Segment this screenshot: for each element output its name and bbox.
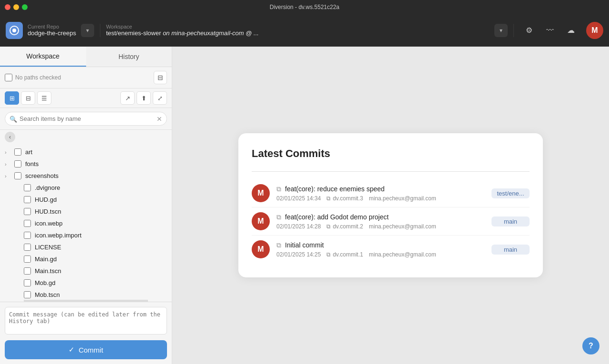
app-logo xyxy=(6,22,23,39)
tree-view-icon: ⊞ xyxy=(10,95,15,102)
commit-row[interactable]: M ⧉ Initial commit 02/01/2025 14:25 ⧉ dv… xyxy=(252,236,530,263)
tab-workspace[interactable]: Workspace xyxy=(0,47,86,67)
list-item[interactable]: › art xyxy=(0,146,172,158)
commit-avatar: M xyxy=(252,212,270,230)
check-all-checkbox[interactable] xyxy=(5,74,12,81)
workspace-label: Workspace xyxy=(106,24,490,30)
svg-point-1 xyxy=(12,29,16,32)
settings-button[interactable]: ⚙ xyxy=(520,21,539,40)
list-item[interactable]: icon.webp.import xyxy=(0,229,172,241)
commits-panel-title: Latest Commits xyxy=(252,148,530,160)
file-name: Main.gd xyxy=(35,256,57,263)
file-checkbox[interactable] xyxy=(14,148,21,156)
window-title: Diversion - dv.ws.5521c22a xyxy=(270,4,340,10)
back-button[interactable]: ‹ xyxy=(5,132,15,142)
search-input[interactable] xyxy=(5,112,167,126)
file-checkbox[interactable] xyxy=(24,267,31,275)
commit-message: Initial commit xyxy=(285,241,324,249)
main-content: Latest Commits M ⧉ feat(core): reduce en… xyxy=(172,47,609,364)
workspace-info: Workspace test/enemies-slower on mina-pe… xyxy=(106,24,490,37)
list-item[interactable]: LICENSE xyxy=(0,241,172,253)
tree-view-button[interactable]: ⊞ xyxy=(5,91,19,105)
file-name: screenshots xyxy=(25,172,59,179)
commit-message-input[interactable] xyxy=(5,307,167,334)
cloud-icon: ☁ xyxy=(567,26,575,35)
commit-message: feat(core): add Godot demo project xyxy=(285,213,389,221)
commit-button[interactable]: ✓ Commit xyxy=(5,340,167,359)
expand-button[interactable]: ⤢ xyxy=(153,91,167,105)
repo-dropdown-button[interactable]: ▾ xyxy=(81,24,94,37)
file-checkbox[interactable] xyxy=(24,184,31,191)
help-button[interactable]: ? xyxy=(582,337,599,354)
commit-branch-tag[interactable]: main xyxy=(491,245,530,255)
minimize-button[interactable] xyxy=(13,4,19,10)
list-item[interactable]: HUD.gd xyxy=(0,194,172,206)
list-view-button[interactable]: ☰ xyxy=(37,91,51,105)
commit-date: 02/01/2025 14:25 xyxy=(276,251,321,258)
file-checkbox[interactable] xyxy=(24,220,31,227)
list-item[interactable]: Main.gd xyxy=(0,253,172,265)
main-layout: Workspace History No paths checked ⊟ ⊞ ⊟… xyxy=(0,47,609,364)
commit-meta: 02/01/2025 14:25 ⧉ dv.commit.1 mina.pech… xyxy=(276,251,485,258)
commit-hash-row: ⧉ dv.commit.3 xyxy=(326,195,363,202)
cloud-button[interactable]: ☁ xyxy=(561,21,580,40)
filter-icon: ⊟ xyxy=(157,74,163,81)
no-paths-label: No paths checked xyxy=(15,74,151,81)
open-icon: ↗ xyxy=(125,95,130,102)
filter-button[interactable]: ⊟ xyxy=(154,71,167,84)
workspace-dropdown-button[interactable]: ▾ xyxy=(494,24,508,37)
file-checkbox[interactable] xyxy=(24,291,31,298)
copy-icon[interactable]: ⧉ xyxy=(276,241,281,249)
file-name: .dvignore xyxy=(35,184,60,191)
commit-row[interactable]: M ⧉ feat(core): reduce enemies speed 02/… xyxy=(252,179,530,207)
commit-header-row: ⧉ Initial commit xyxy=(276,241,485,249)
close-button[interactable] xyxy=(5,4,10,10)
search-container: 🔍 ✕ xyxy=(0,108,172,130)
tab-history[interactable]: History xyxy=(86,47,172,67)
commit-row[interactable]: M ⧉ feat(core): add Godot demo project 0… xyxy=(252,207,530,235)
file-checkbox[interactable] xyxy=(14,172,21,179)
commit-branch-tag[interactable]: test/ene... xyxy=(491,188,530,198)
upload-button[interactable]: ⬆ xyxy=(137,91,151,105)
commit-label: Commit xyxy=(79,346,103,354)
list-item[interactable]: icon.webp xyxy=(0,217,172,229)
header: Current Repo dodge-the-creeps ▾ Workspac… xyxy=(0,14,609,47)
commit-branch-tag[interactable]: main xyxy=(491,216,530,226)
list-item[interactable]: Mob.tscn xyxy=(0,289,172,300)
list-item[interactable]: Mob.gd xyxy=(0,277,172,289)
list-item[interactable]: › screenshots xyxy=(0,170,172,182)
commit-avatar: M xyxy=(252,184,270,202)
sidebar-tabs: Workspace History xyxy=(0,47,172,67)
file-name: LICENSE xyxy=(35,244,61,251)
commit-message: feat(core): reduce enemies speed xyxy=(285,185,384,193)
analytics-button[interactable]: 〰 xyxy=(540,21,560,40)
chart-icon: 〰 xyxy=(546,26,554,35)
file-name: icon.webp xyxy=(35,220,63,227)
list-item[interactable]: › fonts xyxy=(0,158,172,170)
user-avatar[interactable]: M xyxy=(586,22,603,39)
file-checkbox[interactable] xyxy=(24,208,31,215)
commit-details: ⧉ feat(core): reduce enemies speed 02/01… xyxy=(276,185,485,202)
file-checkbox[interactable] xyxy=(24,232,31,239)
maximize-button[interactable] xyxy=(22,4,28,10)
split-view-button[interactable]: ⊟ xyxy=(21,91,35,105)
file-checkbox[interactable] xyxy=(24,279,31,286)
file-checkbox[interactable] xyxy=(24,244,31,251)
list-item[interactable]: Main.tscn xyxy=(0,265,172,277)
file-name: Mob.gd xyxy=(35,279,55,286)
list-item[interactable]: .dvignore xyxy=(0,182,172,194)
commit-date: 02/01/2025 14:28 xyxy=(276,223,321,230)
chevron-right-icon: › xyxy=(5,149,10,155)
file-checkbox[interactable] xyxy=(24,196,31,203)
file-checkbox[interactable] xyxy=(14,160,21,167)
repo-name: dodge-the-creeps xyxy=(28,30,76,37)
chevron-right-icon: › xyxy=(5,173,10,179)
open-file-button[interactable]: ↗ xyxy=(120,91,135,105)
copy-icon[interactable]: ⧉ xyxy=(276,213,281,221)
repo-info: Current Repo dodge-the-creeps xyxy=(28,24,76,37)
file-checkbox[interactable] xyxy=(24,256,31,263)
commit-date: 02/01/2025 14:34 xyxy=(276,195,321,202)
list-item[interactable]: HUD.tscn xyxy=(0,206,172,217)
search-clear-button[interactable]: ✕ xyxy=(157,115,162,123)
copy-icon[interactable]: ⧉ xyxy=(276,185,281,193)
